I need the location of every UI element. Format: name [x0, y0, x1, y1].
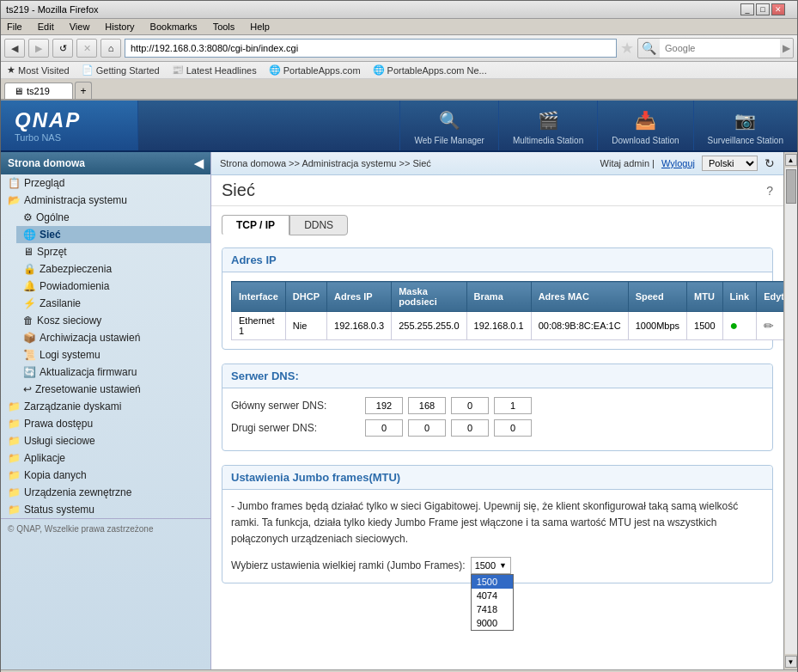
sidebar-item-logi[interactable]: 📜 Logi systemu: [16, 346, 210, 363]
browser-titlebar: ts219 - Mozilla Firefox _ □ ✕: [1, 1, 797, 19]
header-app-download[interactable]: 📥 Download Station: [597, 101, 692, 150]
bookmark-portableapps1[interactable]: 🌐 PortableApps.com: [266, 64, 363, 76]
scroll-down-button[interactable]: ▼: [785, 656, 797, 668]
scroll-thumb[interactable]: [786, 169, 796, 204]
new-tab-button[interactable]: +: [75, 82, 92, 99]
content-tabs: TCP / IP DDNS: [222, 215, 773, 235]
sidebar-item-aktualizacja[interactable]: 🔄 Aktualizacja firmwaru: [16, 363, 210, 381]
sidebar-item-prawa[interactable]: 📁 Prawa dostępu: [1, 415, 210, 432]
sidebar-copyright: © QNAP, Wszelkie prawa zastrzeżone: [1, 518, 210, 539]
mtu-option-4074[interactable]: 4074: [472, 589, 513, 602]
mtu-select-display[interactable]: 1500 ▼: [471, 557, 511, 574]
sidebar-item-przeglad[interactable]: 📋 Przegląd: [1, 174, 210, 192]
mtu-section: Ustawienia Jumbo frames(MTU) - Jumbo fra…: [222, 465, 773, 583]
sidebar-item-urzadzenia[interactable]: 📁 Urządzenia zewnętrzne: [1, 484, 210, 501]
scroll-up-button[interactable]: ▲: [785, 154, 797, 166]
mtu-dropdown-container: 1500 ▼ 1500 4074 7418 9000: [471, 557, 511, 574]
bookmark-most-visited[interactable]: ★ Most Visited: [4, 64, 72, 76]
help-icon[interactable]: ?: [766, 184, 773, 198]
edit-button[interactable]: ✏: [764, 319, 774, 333]
primary-dns-octet1[interactable]: [365, 397, 403, 414]
sidebar-item-powiadomienia[interactable]: 🔔 Powiadomienia: [16, 278, 210, 295]
multimedia-label: Multimedia Station: [513, 136, 583, 145]
sidebar-item-zabezpieczenia[interactable]: 🔒 Zabezpieczenia: [16, 260, 210, 278]
menu-edit[interactable]: Edit: [35, 21, 57, 33]
page-title: Sieć: [222, 180, 255, 200]
browser-tab-ts219[interactable]: 🖥 ts219: [4, 82, 73, 99]
home-button[interactable]: ⌂: [101, 39, 121, 58]
sidebar-item-administracja[interactable]: 📂 Administracja systemu: [1, 192, 210, 209]
primary-dns-octet2[interactable]: [408, 397, 446, 414]
bookmark-getting-started[interactable]: 📄 Getting Started: [79, 64, 162, 76]
header-app-surveillance[interactable]: 📷 Surveillance Station: [693, 101, 797, 150]
getting-started-icon: 📄: [82, 64, 94, 76]
search-input[interactable]: [660, 39, 780, 58]
sidebar-item-siec[interactable]: 🌐 Sieć: [16, 226, 210, 243]
menu-tools[interactable]: Tools: [210, 21, 238, 33]
stop-button[interactable]: ✕: [76, 39, 97, 58]
logout-link[interactable]: Wyloguj: [661, 158, 695, 168]
bookmark-portableapps2[interactable]: 🌐 PortableApps.com Ne...: [370, 64, 490, 76]
minimize-button[interactable]: _: [740, 3, 754, 15]
cell-mac: 00:08:9B:8C:EA:1C: [531, 312, 628, 340]
menu-view[interactable]: View: [67, 21, 93, 33]
maximize-button[interactable]: □: [756, 3, 770, 15]
close-button[interactable]: ✕: [771, 3, 785, 15]
secondary-dns-octet1[interactable]: [365, 419, 403, 437]
address-bar[interactable]: http://192.168.0.3:8080/cgi-bin/index.cg…: [125, 39, 617, 58]
sidebar-item-sprzet[interactable]: 🖥 Sprzęt: [16, 243, 210, 260]
qnap-subtitle: Turbo NAS: [15, 132, 124, 143]
header-app-webfilemanager[interactable]: 🔍 Web File Manager: [399, 101, 498, 150]
primary-dns-octet3[interactable]: [451, 397, 489, 414]
sidebar-item-status[interactable]: 📁 Status systemu: [1, 501, 210, 518]
menu-help[interactable]: Help: [247, 21, 272, 33]
secondary-dns-octet4[interactable]: [494, 419, 532, 437]
cell-mtu: 1500: [687, 312, 722, 340]
reload-button[interactable]: ↺: [52, 39, 73, 58]
secondary-dns-row: Drugi serwer DNS:: [231, 419, 764, 437]
sidebar-item-kosz[interactable]: 🗑 Kosz sieciowy: [16, 312, 210, 329]
forward-button[interactable]: ▶: [28, 39, 49, 58]
sidebar-item-ogolne[interactable]: ⚙ Ogólne: [16, 209, 210, 226]
tab-tcp-ip[interactable]: TCP / IP: [222, 215, 289, 235]
cell-edit: ✏: [757, 312, 783, 340]
sidebar-item-kopia[interactable]: 📁 Kopia danych: [1, 467, 210, 484]
refresh-icon[interactable]: ↻: [764, 156, 775, 170]
reset-icon: ↩: [23, 383, 32, 395]
multimedia-icon: 🎬: [534, 107, 562, 134]
sidebar-item-archiwizacja[interactable]: 📦 Archiwizacja ustawień: [16, 329, 210, 346]
sidebar-item-uslugi[interactable]: 📁 Usługi sieciowe: [1, 432, 210, 449]
portableapps1-icon: 🌐: [269, 64, 281, 76]
status-icon: 📁: [8, 504, 21, 516]
col-interface: Interface: [232, 282, 286, 312]
sidebar-item-zasilanie[interactable]: ⚡ Zasilanie: [16, 295, 210, 312]
sidebar-item-reset[interactable]: ↩ Zresetowanie ustawień: [16, 381, 210, 398]
sprzet-icon: 🖥: [23, 246, 34, 258]
cell-interface: Ethernet 1: [232, 312, 286, 340]
mtu-option-7418[interactable]: 7418: [472, 602, 513, 616]
menu-file[interactable]: File: [4, 21, 25, 33]
sidebar-toggle-button[interactable]: ◀: [194, 156, 204, 170]
mtu-option-9000[interactable]: 9000: [472, 616, 513, 630]
language-select[interactable]: Polski English: [702, 156, 758, 171]
prawa-icon: 📁: [8, 418, 21, 430]
sidebar-item-zarzadzanie[interactable]: 📁 Zarządzanie dyskami: [1, 398, 210, 415]
col-speed: Speed: [628, 282, 686, 312]
sidebar-item-aplikacje[interactable]: 📁 Aplikacje: [1, 449, 210, 467]
latest-headlines-icon: 📰: [172, 64, 184, 76]
header-app-multimedia[interactable]: 🎬 Multimedia Station: [498, 101, 597, 150]
primary-dns-octet4[interactable]: [494, 397, 532, 414]
back-button[interactable]: ◀: [4, 39, 25, 58]
mtu-option-1500[interactable]: 1500: [472, 575, 513, 589]
most-visited-icon: ★: [7, 64, 15, 76]
menu-bookmarks[interactable]: Bookmarks: [148, 21, 200, 33]
secondary-dns-octet2[interactable]: [408, 419, 446, 437]
col-brama: Brama: [466, 282, 531, 312]
bookmark-latest-headlines[interactable]: 📰 Latest Headlines: [169, 64, 259, 76]
sidebar-title: Strona domowa: [8, 157, 85, 169]
secondary-dns-octet3[interactable]: [451, 419, 489, 437]
tab-ddns[interactable]: DDNS: [289, 215, 348, 235]
menu-history[interactable]: History: [102, 21, 137, 33]
logi-icon: 📜: [23, 349, 36, 361]
scrollbar[interactable]: ▲ ▼: [783, 152, 797, 669]
